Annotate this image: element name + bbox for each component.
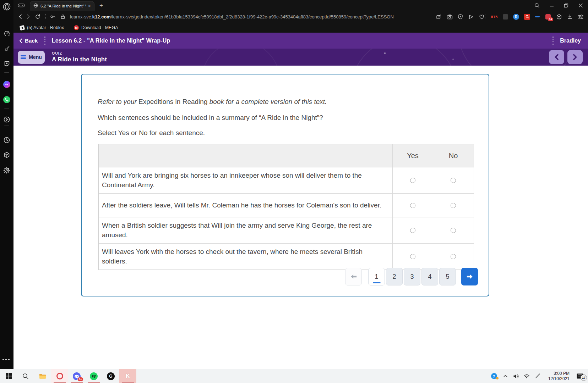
tray-clock[interactable]: 3:00 PM 12/10/2021 [543, 369, 572, 383]
notification-center-button[interactable]: 17 [572, 369, 588, 383]
key-icon[interactable] [50, 14, 56, 20]
snapshot-camera-icon[interactable] [447, 14, 453, 20]
send-to-device-icon[interactable] [436, 14, 442, 20]
pen-icon [535, 373, 540, 379]
radio-no[interactable] [451, 178, 456, 183]
gx-gamepad-icon[interactable] [18, 3, 25, 9]
statement-text: When a British soldier suggests that Wil… [99, 217, 393, 243]
gx-corner-icon[interactable] [0, 29, 13, 38]
close-window-button[interactable] [573, 0, 588, 11]
settings-sliders-icon[interactable] [578, 14, 584, 20]
sidebar-divider [4, 126, 9, 126]
share-send-icon[interactable] [468, 14, 474, 20]
radio-no[interactable] [451, 254, 456, 259]
volume-tray-button[interactable] [511, 369, 521, 383]
address-bar[interactable]: learnx-svc.k12.com/learnx-svc/getIndex/t… [70, 14, 394, 20]
question-text: Which sentences should be included in a … [98, 114, 473, 122]
minimize-button[interactable] [544, 0, 559, 11]
window-controls [530, 0, 588, 11]
user-area[interactable]: Bradley [546, 37, 588, 45]
taskbar-search-button[interactable] [17, 369, 34, 383]
kami-taskbar-button[interactable]: K [119, 369, 136, 383]
gray-extension-icon[interactable] [503, 14, 508, 20]
radio-yes[interactable] [410, 178, 415, 183]
sidebar-overflow-icon[interactable] [2, 359, 10, 360]
twitch-icon[interactable] [0, 59, 13, 68]
bookmark-label: Download - MEGA [81, 25, 118, 30]
pagination-prev-button[interactable] [345, 268, 362, 285]
tray-date: 12/10/2021 [548, 376, 570, 382]
reload-icon[interactable] [35, 14, 40, 20]
spotify-taskbar-button[interactable] [85, 369, 102, 383]
cleaner-broom-icon[interactable] [0, 44, 13, 53]
whatsapp-icon[interactable] [0, 95, 13, 104]
arrow-left-icon [350, 274, 357, 279]
discord-taskbar-button[interactable]: 9+ [68, 369, 85, 383]
btroblox-extension-icon[interactable]: BTR [491, 15, 498, 18]
url-domain: k12.com [92, 14, 111, 20]
prev-page-chevron-button[interactable] [549, 50, 564, 64]
favorites-heart-icon[interactable] [479, 14, 485, 20]
bookmark-mega[interactable]: M Download - MEGA [74, 25, 118, 30]
page-button-2[interactable]: 2 [386, 268, 403, 285]
maximize-button[interactable] [559, 0, 573, 11]
browser-tab[interactable]: 6.2 "A Ride in the Night" W × [30, 1, 94, 11]
player-play-icon[interactable] [0, 115, 13, 124]
page-button-5[interactable]: 5 [439, 268, 456, 285]
messenger-icon[interactable] [0, 80, 13, 89]
new-tab-button[interactable]: + [99, 2, 103, 9]
radio-yes[interactable] [410, 228, 415, 233]
chevron-left-icon [554, 54, 559, 60]
tray-time: 3:00 PM [554, 371, 570, 376]
header-yes: Yes [393, 144, 433, 167]
sidebar-cube-icon[interactable] [556, 14, 562, 20]
adblock-extension-icon[interactable]: 14 [545, 14, 551, 20]
pagination-next-button[interactable] [461, 268, 478, 285]
wifi-tray-button[interactable] [521, 369, 532, 383]
history-clock-icon[interactable] [0, 136, 13, 144]
note-part: Refer to your [98, 98, 138, 105]
back-label: Back [25, 38, 38, 44]
sidebar-divider [4, 109, 9, 109]
chrome-search-icon[interactable] [530, 0, 544, 11]
wifi-icon [524, 374, 530, 379]
get-help-tray-button[interactable]: ? [488, 369, 500, 383]
extensions-cube-icon[interactable] [0, 151, 13, 159]
quiz-header: Menu QUIZ A Ride in the Night [13, 49, 588, 66]
toolbar-right: BTR R 14 [431, 14, 584, 20]
file-explorer-button[interactable] [34, 369, 51, 383]
forward-icon[interactable] [27, 14, 30, 20]
pagination: 1 2 3 4 5 [345, 268, 478, 285]
ropro-extension-icon[interactable]: R [513, 14, 519, 20]
page-number: 1 [375, 273, 378, 281]
directions-text: Select Yes or No for each sentence. [98, 129, 473, 137]
back-icon[interactable] [18, 14, 22, 20]
shield-block-icon[interactable] [458, 14, 463, 20]
logitech-taskbar-button[interactable]: G [102, 369, 119, 383]
pen-tray-button[interactable] [532, 369, 543, 383]
opera-icon [56, 373, 63, 379]
table-row: Will leaves York with the horses to chec… [99, 243, 474, 270]
bookmark-roblox[interactable]: (5) Avatar - Roblox [20, 25, 64, 30]
opera-taskbar-button[interactable] [51, 369, 68, 383]
tab-close-icon[interactable]: × [88, 4, 91, 9]
radio-no[interactable] [451, 203, 456, 208]
page-button-3[interactable]: 3 [404, 268, 420, 285]
radio-no[interactable] [451, 228, 456, 233]
search-extension-icon[interactable] [524, 14, 530, 20]
opera-logo-icon[interactable] [0, 2, 13, 11]
radio-yes[interactable] [410, 203, 415, 208]
tray-expand-button[interactable] [500, 369, 511, 383]
start-button[interactable] [0, 369, 17, 383]
back-link[interactable]: Back [19, 38, 38, 44]
next-page-chevron-button[interactable] [567, 50, 583, 64]
downloads-icon[interactable] [567, 14, 573, 20]
dash-extension-icon[interactable] [535, 16, 540, 17]
page-button-4[interactable]: 4 [421, 268, 438, 285]
lock-icon[interactable] [60, 14, 65, 20]
menu-button[interactable]: Menu [18, 51, 45, 64]
statement-text: Will leaves York with the horses to chec… [99, 244, 393, 270]
settings-gear-icon[interactable] [0, 166, 13, 174]
radio-yes[interactable] [410, 254, 415, 259]
page-button-1[interactable]: 1 [368, 268, 385, 285]
